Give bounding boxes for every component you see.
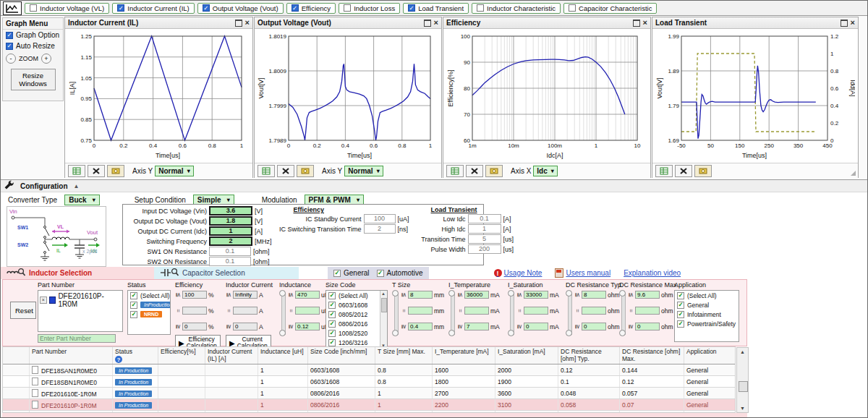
application-item[interactable]: ✓Powertrain/Safety xyxy=(675,319,739,328)
checkbox-icon[interactable]: ✓ xyxy=(328,311,336,318)
close-icon[interactable]: × xyxy=(643,19,647,27)
resize-handle[interactable] xyxy=(851,171,856,176)
reset-button[interactable]: Reset xyxy=(10,302,36,319)
selected-part-item[interactable]: ×DFE201610P-1R0M xyxy=(38,291,122,310)
table-header[interactable]: Part Number xyxy=(30,347,113,364)
table-header[interactable]: Size Code [inch/mm] xyxy=(308,347,375,364)
slider-knob-max[interactable] xyxy=(508,290,514,297)
size-code-item[interactable]: ✓0805/2012 xyxy=(326,310,380,319)
i_temperature-equal-input[interactable] xyxy=(464,307,489,315)
checkbox-icon[interactable]: ✓ xyxy=(117,4,124,12)
converter-type-select[interactable]: Buck▾ xyxy=(64,195,99,205)
close-icon[interactable]: × xyxy=(851,19,855,27)
dcr_typ-max-input[interactable] xyxy=(582,291,606,299)
parameter-value-input[interactable]: 2 xyxy=(364,224,396,234)
row-select-cell[interactable] xyxy=(3,388,30,399)
export-csv-icon[interactable] xyxy=(446,165,464,177)
resize-windows-button[interactable]: ResizeWindows xyxy=(11,69,56,90)
range-slider[interactable] xyxy=(566,290,573,336)
row-select-cell[interactable] xyxy=(3,411,30,414)
i_temperature-max-input[interactable] xyxy=(464,291,489,299)
table-header[interactable]: Inductance [uH] xyxy=(258,347,308,364)
table-row[interactable]: DFE201610P-1R0MIn Production10806/201612… xyxy=(3,399,736,411)
table-row[interactable]: DFE18SAN1R0ME0In Production10603/16080.8… xyxy=(3,364,736,376)
slider-knob-min[interactable] xyxy=(619,330,626,336)
table-header[interactable]: Status? xyxy=(113,347,158,364)
graph-settings-icon[interactable] xyxy=(466,165,483,177)
parameter-value-input[interactable]: 1.8 xyxy=(209,216,252,226)
parameter-value-input[interactable]: 0.1 xyxy=(209,257,251,266)
status-item[interactable]: ✓InProduction xyxy=(128,300,170,310)
slider-knob-min[interactable] xyxy=(279,330,286,336)
part-number-cell[interactable]: DFE201610P-1R0M xyxy=(30,399,113,411)
part-number-cell[interactable]: DFE201610E-1R0M xyxy=(30,388,113,399)
table-header[interactable]: I_Saturation [mA] xyxy=(495,347,558,364)
inductance-min-input[interactable] xyxy=(295,323,320,330)
table-header[interactable]: Efficiency[%] xyxy=(158,347,205,364)
checkbox-icon[interactable]: ✓ xyxy=(677,302,684,309)
dcr_max-equal-input[interactable] xyxy=(635,307,660,315)
table-row[interactable]: 1286AS-H-1R0MIn Production10806/20161.22… xyxy=(3,411,736,414)
zoom-out-button[interactable]: - xyxy=(6,54,16,64)
inductor_current-max-input[interactable] xyxy=(233,291,258,299)
maximize-icon[interactable] xyxy=(633,20,640,27)
checkbox-icon[interactable]: ✓ xyxy=(292,4,299,12)
part-number-listbox[interactable]: ×DFE201610P-1R0M xyxy=(38,290,123,332)
parameter-value-input[interactable]: 3.6 xyxy=(209,206,252,216)
close-icon[interactable]: × xyxy=(245,19,250,27)
checkbox-icon[interactable] xyxy=(569,4,576,12)
snapshot-icon[interactable] xyxy=(485,165,503,177)
parameter-value-input[interactable]: 5 xyxy=(468,234,501,244)
scroll-up-icon[interactable]: ▲ xyxy=(737,349,748,354)
category-checkbox-automotive[interactable]: ✓Automotive xyxy=(377,269,423,277)
toolbar-tab[interactable]: Capacitor Characteristic xyxy=(563,3,657,14)
slider-knob-max[interactable] xyxy=(566,290,572,297)
size-code-item[interactable]: ✓1008/2520 xyxy=(326,328,380,338)
checkbox-icon[interactable]: ✓ xyxy=(6,43,13,50)
application-item[interactable]: ✓General xyxy=(675,300,739,310)
maximize-icon[interactable] xyxy=(841,20,848,27)
zoom-in-button[interactable]: + xyxy=(41,54,51,64)
collapse-icon[interactable]: ▲ xyxy=(74,183,80,189)
table-header[interactable]: DC Resistance [ohm] Typ. xyxy=(558,347,620,364)
close-icon[interactable]: × xyxy=(434,19,438,27)
table-row[interactable]: DFE18SBN1R0ME0In Production10603/16080.8… xyxy=(3,376,736,388)
t_size-equal-input[interactable] xyxy=(408,307,433,315)
parameter-value-input[interactable]: 2 xyxy=(209,236,252,246)
checkbox-icon[interactable] xyxy=(477,4,484,12)
application-item[interactable]: ✓Infotainment xyxy=(675,310,739,319)
explanation-video-link[interactable]: Explanation video xyxy=(624,269,681,277)
maximize-icon[interactable] xyxy=(235,20,242,27)
toolbar-tab[interactable]: ✓Efficiency xyxy=(286,3,336,14)
efficiency-min-input[interactable] xyxy=(182,323,207,330)
checkbox-icon[interactable]: ✓ xyxy=(6,32,13,39)
part-number-input[interactable] xyxy=(38,334,116,343)
toolbar-tab[interactable]: Inductor Characteristic xyxy=(472,3,561,14)
dcr_max-min-input[interactable] xyxy=(635,323,660,330)
graph-menu-option[interactable]: ✓Auto Resize xyxy=(3,40,63,51)
toolbar-tab[interactable]: ✓Load Transient xyxy=(403,3,469,14)
range-slider[interactable] xyxy=(279,290,286,336)
table-header[interactable]: I_Temperature [mA] xyxy=(433,347,495,364)
application-item[interactable]: ✓(Select All) xyxy=(675,291,739,300)
checkbox-icon[interactable]: ✓ xyxy=(328,320,336,328)
row-select-cell[interactable] xyxy=(3,364,30,376)
toolbar-tab[interactable]: Inductor Loss xyxy=(339,3,400,14)
checkbox-icon[interactable]: ✓ xyxy=(203,4,210,12)
range-slider[interactable] xyxy=(508,290,515,336)
range-slider[interactable] xyxy=(448,290,456,336)
dcr_typ-min-input[interactable] xyxy=(582,323,606,330)
scroll-thumb[interactable] xyxy=(739,381,748,392)
checkbox-icon[interactable]: ✓ xyxy=(130,311,137,318)
parameter-value-input[interactable]: 200 xyxy=(468,244,501,254)
checkbox-icon[interactable] xyxy=(344,4,351,12)
parameter-value-input[interactable]: 0.1 xyxy=(209,247,251,256)
efficiency-max-input[interactable] xyxy=(182,291,207,299)
snapshot-icon[interactable] xyxy=(297,165,314,177)
size-code-scrollbar[interactable]: ▲▼ xyxy=(380,291,387,349)
usage-note-link[interactable]: !Usage Note xyxy=(494,269,542,277)
row-select-cell[interactable] xyxy=(3,376,30,388)
checkbox-icon[interactable]: ✓ xyxy=(328,302,336,309)
parameter-value-input[interactable]: 1 xyxy=(209,226,252,236)
users-manual-link[interactable]: Users manual xyxy=(555,268,610,278)
